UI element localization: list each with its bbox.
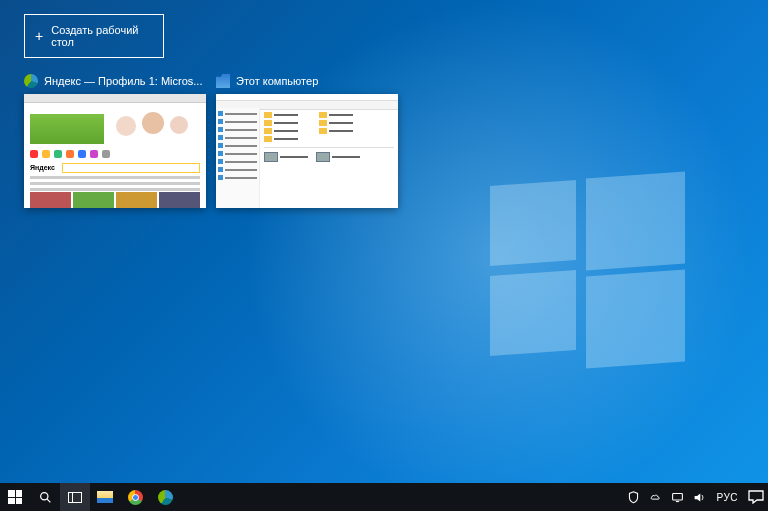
system-tray[interactable] <box>627 491 706 504</box>
action-center-button[interactable] <box>748 490 764 504</box>
window-title: Этот компьютер <box>236 75 318 87</box>
search-icon <box>39 491 52 504</box>
svg-point-0 <box>40 492 47 499</box>
taskbar-app-chrome[interactable] <box>120 483 150 511</box>
window-preview[interactable]: Яндекс <box>24 94 206 208</box>
language-indicator[interactable]: РУС <box>716 492 738 503</box>
file-explorer-icon <box>216 74 230 88</box>
windows-icon <box>8 490 22 504</box>
window-title: Яндекс — Профиль 1: Micros... <box>44 75 202 87</box>
window-preview[interactable] <box>216 94 398 208</box>
edge-icon <box>158 490 173 505</box>
task-view-icon <box>68 492 82 503</box>
taskbar-app-explorer[interactable] <box>90 483 120 511</box>
task-view-button[interactable] <box>60 483 90 511</box>
window-thumbnail-explorer[interactable]: Этот компьютер <box>216 74 398 208</box>
new-desktop-label: Создать рабочий стол <box>51 24 153 48</box>
svg-line-1 <box>47 499 50 502</box>
chrome-icon <box>128 490 143 505</box>
file-explorer-icon <box>97 491 113 503</box>
new-desktop-button[interactable]: + Создать рабочий стол <box>24 14 164 58</box>
svg-rect-2 <box>673 493 683 500</box>
window-thumbnail-edge[interactable]: Яндекс — Профиль 1: Micros... Яндекс <box>24 74 206 208</box>
volume-icon <box>693 491 706 504</box>
desktop-background: + Создать рабочий стол Яндекс — Профиль … <box>0 0 768 511</box>
taskbar-app-edge[interactable] <box>150 483 180 511</box>
network-icon <box>671 491 684 504</box>
onedrive-icon <box>649 491 662 504</box>
security-icon <box>627 491 640 504</box>
start-button[interactable] <box>0 483 30 511</box>
search-button[interactable] <box>30 483 60 511</box>
plus-icon: + <box>35 29 43 43</box>
windows-logo <box>490 175 685 370</box>
edge-icon <box>24 74 38 88</box>
taskbar: РУС <box>0 483 768 511</box>
